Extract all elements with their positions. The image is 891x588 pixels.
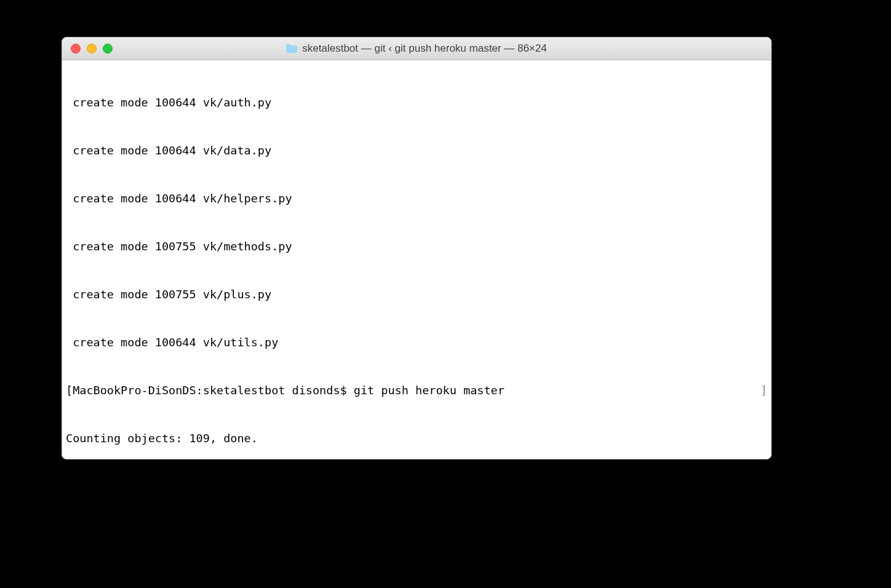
terminal-line: create mode 100644 vk/helpers.py [66,191,767,207]
terminal-line: create mode 100644 vk/auth.py [66,95,767,111]
close-button[interactable] [71,44,81,54]
terminal-prompt-line: [MacBookPro-DiSonDS:sketalestbot disonds… [66,383,767,399]
terminal-prompt-close: ] [761,383,767,399]
terminal-line: create mode 100644 vk/utils.py [66,335,767,351]
window-titlebar[interactable]: sketalestbot — git ‹ git push heroku mas… [62,38,771,60]
terminal-line: create mode 100755 vk/methods.py [66,239,767,255]
terminal-line: create mode 100755 vk/plus.py [66,287,767,303]
terminal-line: Counting objects: 109, done. [66,431,767,447]
minimize-button[interactable] [87,44,97,54]
title-center: sketalestbot — git ‹ git push heroku mas… [62,42,771,55]
terminal-prompt: [MacBookPro-DiSonDS:sketalestbot disonds… [66,383,505,399]
terminal-body[interactable]: create mode 100644 vk/auth.py create mod… [62,60,771,459]
traffic-lights [62,44,113,54]
zoom-button[interactable] [103,44,113,54]
terminal-line: create mode 100644 vk/data.py [66,143,767,159]
terminal-window: sketalestbot — git ‹ git push heroku mas… [62,37,772,459]
window-title: sketalestbot — git ‹ git push heroku mas… [302,42,546,55]
folder-icon [286,44,297,53]
